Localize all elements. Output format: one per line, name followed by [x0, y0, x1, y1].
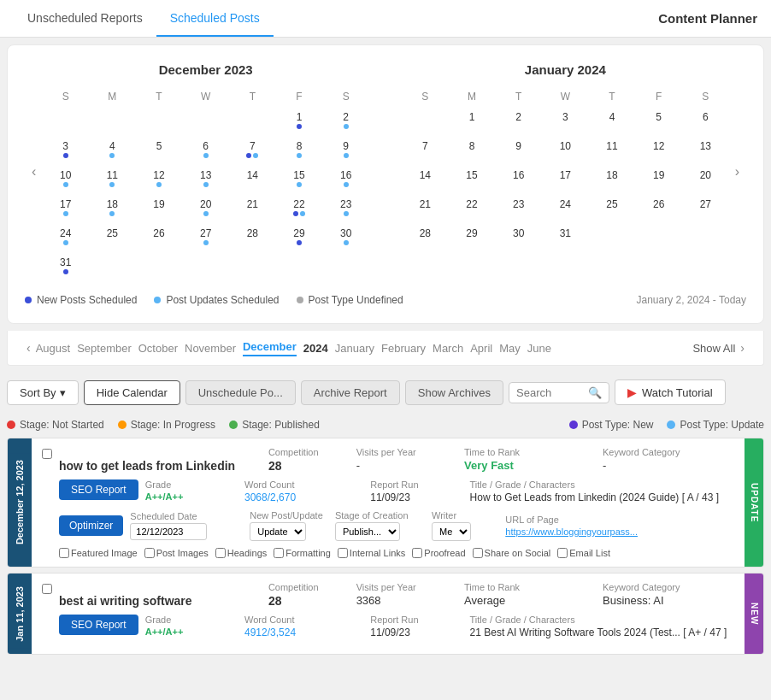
card1-optimizer-btn[interactable]: Optimizer [59, 515, 123, 536]
month-nav-item-november[interactable]: November [185, 342, 236, 355]
cal-day[interactable]: 29 [277, 224, 322, 251]
cal-day[interactable]: 20 [183, 195, 228, 222]
cal-day[interactable]: 1 [450, 108, 495, 135]
cal-day[interactable]: 27 [683, 195, 728, 222]
cal-day[interactable]: 4 [590, 108, 635, 135]
tab-scheduled-posts[interactable]: Scheduled Posts [156, 1, 274, 37]
cal-day[interactable]: 2 [323, 108, 368, 135]
cal-day[interactable] [137, 108, 182, 135]
unschedule-post-button[interactable]: Unschedule Po... [185, 380, 296, 405]
card1-featured-image[interactable] [59, 548, 69, 558]
card1-writer-select[interactable]: Me [432, 522, 471, 541]
card1-scheduled-date[interactable] [130, 523, 207, 540]
cal-day[interactable]: 14 [230, 166, 275, 193]
cal-day[interactable] [323, 253, 368, 280]
calendar-next-btn[interactable]: › [728, 161, 746, 183]
cal-day[interactable]: 13 [683, 137, 728, 164]
cal-day[interactable]: 7 [230, 137, 275, 164]
cal-day[interactable] [277, 253, 322, 280]
cal-day[interactable]: 10 [543, 137, 588, 164]
cal-day[interactable]: 26 [137, 224, 182, 251]
cal-day[interactable] [90, 108, 135, 135]
show-all-btn[interactable]: Show All [692, 342, 735, 355]
cal-day[interactable]: 5 [636, 108, 681, 135]
cal-day[interactable]: 25 [590, 195, 635, 222]
card1-email-list[interactable] [557, 548, 568, 558]
cal-day[interactable]: 17 [43, 195, 88, 222]
month-nav-item-october[interactable]: October [138, 342, 178, 355]
hide-calendar-button[interactable]: Hide Calendar [84, 380, 180, 405]
cal-day[interactable]: 8 [277, 137, 322, 164]
cal-day[interactable]: 22 [450, 195, 495, 222]
cal-day[interactable] [183, 253, 228, 280]
cal-day[interactable]: 7 [403, 137, 448, 164]
cal-day[interactable]: 3 [543, 108, 588, 135]
cal-day[interactable] [590, 224, 635, 251]
month-nav-item-april[interactable]: April [470, 342, 492, 355]
cal-day[interactable]: 18 [90, 195, 135, 222]
card2-checkbox[interactable] [42, 584, 52, 594]
cal-day[interactable]: 25 [90, 224, 135, 251]
cal-day[interactable]: 24 [43, 224, 88, 251]
cal-day[interactable]: 29 [450, 224, 495, 251]
cal-day[interactable] [90, 253, 135, 280]
cal-day[interactable] [636, 224, 681, 251]
cal-day[interactable]: 30 [323, 224, 368, 251]
cal-day[interactable]: 30 [496, 224, 541, 251]
cal-day[interactable]: 6 [183, 137, 228, 164]
cal-day[interactable]: 27 [183, 224, 228, 251]
archive-report-button[interactable]: Archive Report [301, 380, 400, 405]
cal-day[interactable]: 9 [496, 137, 541, 164]
month-nav-item-march[interactable]: March [433, 342, 463, 355]
tab-unscheduled-reports[interactable]: Unscheduled Reports [14, 1, 156, 37]
cal-day[interactable]: 4 [90, 137, 135, 164]
cal-day[interactable]: 5 [137, 137, 182, 164]
sort-by-button[interactable]: Sort By ▾ [7, 380, 79, 405]
cal-day[interactable]: 11 [90, 166, 135, 193]
month-next-btn[interactable]: › [735, 339, 750, 356]
cal-day[interactable]: 13 [183, 166, 228, 193]
month-nav-item-august[interactable]: August [36, 342, 70, 355]
cal-day[interactable]: 16 [323, 166, 368, 193]
cal-day[interactable]: 28 [403, 224, 448, 251]
cal-day[interactable] [137, 253, 182, 280]
card1-internal-links[interactable] [338, 548, 348, 558]
cal-day[interactable]: 22 [277, 195, 322, 222]
search-input[interactable] [516, 386, 585, 399]
cal-day[interactable]: 19 [636, 166, 681, 193]
search-box[interactable]: 🔍 [509, 382, 609, 403]
cal-day[interactable]: 31 [543, 224, 588, 251]
cal-day[interactable] [43, 108, 88, 135]
card1-url[interactable]: https://www.bloggingyourpass... [505, 526, 638, 537]
cal-day[interactable] [403, 108, 448, 135]
cal-day[interactable]: 21 [230, 195, 275, 222]
card2-seo-btn[interactable]: SEO Report [59, 615, 138, 635]
month-prev-btn[interactable]: ‹ [21, 339, 36, 356]
cal-day[interactable]: 11 [590, 137, 635, 164]
cal-day[interactable]: 6 [683, 108, 728, 135]
cal-day[interactable] [230, 253, 275, 280]
card1-new-post-select[interactable]: Update [250, 522, 306, 541]
cal-day[interactable]: 10 [43, 166, 88, 193]
cal-day[interactable]: 21 [403, 195, 448, 222]
cal-day[interactable]: 14 [403, 166, 448, 193]
cal-day[interactable]: 1 [277, 108, 322, 135]
month-nav-item-may[interactable]: May [499, 342, 521, 355]
cal-day[interactable]: 18 [590, 166, 635, 193]
card1-headings[interactable] [215, 548, 226, 558]
card1-checkbox[interactable] [42, 449, 52, 459]
cal-day[interactable]: 17 [543, 166, 588, 193]
cal-day[interactable]: 23 [496, 195, 541, 222]
month-nav-item-september[interactable]: September [77, 342, 132, 355]
cal-day[interactable]: 15 [450, 166, 495, 193]
cal-day[interactable]: 23 [323, 195, 368, 222]
card1-share-social[interactable] [473, 548, 483, 558]
cal-day[interactable]: 26 [636, 195, 681, 222]
cal-day[interactable]: 3 [43, 137, 88, 164]
cal-day[interactable]: 12 [636, 137, 681, 164]
cal-day[interactable]: 15 [277, 166, 322, 193]
month-nav-item-december[interactable]: December [243, 340, 297, 356]
cal-day[interactable]: 16 [496, 166, 541, 193]
card1-stage-select[interactable]: Publish... [335, 522, 400, 541]
cal-day[interactable]: 24 [543, 195, 588, 222]
